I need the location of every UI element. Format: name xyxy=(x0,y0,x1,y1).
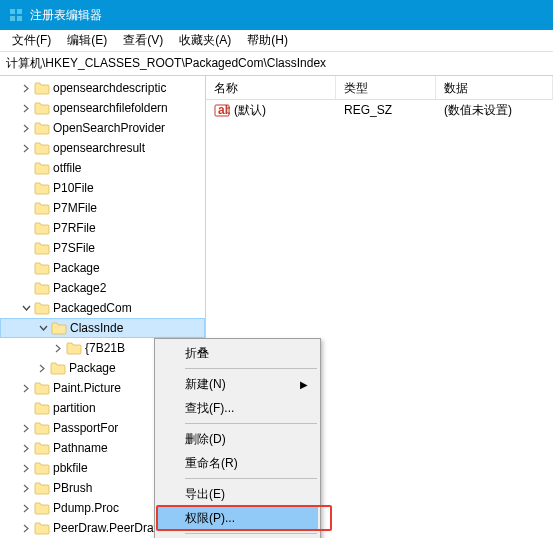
tree-label: P7MFile xyxy=(53,201,97,215)
list-row[interactable]: (默认)REG_SZ(数值未设置) xyxy=(206,100,553,120)
chevron-right-icon: ▶ xyxy=(300,379,308,390)
tree-label: P7RFile xyxy=(53,221,96,235)
svg-rect-3 xyxy=(17,16,22,21)
folder-icon xyxy=(34,121,50,135)
app-icon xyxy=(8,7,24,23)
folder-icon xyxy=(34,81,50,95)
ctx-delete[interactable]: 删除(D) xyxy=(157,427,318,451)
ctx-rename[interactable]: 重命名(R) xyxy=(157,451,318,475)
tree-label: P10File xyxy=(53,181,94,195)
svg-rect-0 xyxy=(10,9,15,14)
col-header-name[interactable]: 名称 xyxy=(206,76,336,99)
tree-item[interactable]: opensearchdescriptic xyxy=(0,78,205,98)
ctx-collapse[interactable]: 折叠 xyxy=(157,341,318,365)
menu-file[interactable]: 文件(F) xyxy=(4,30,59,51)
tree-item[interactable]: opensearchresult xyxy=(0,138,205,158)
ctx-permissions[interactable]: 权限(P)... xyxy=(157,506,318,530)
tree-label: PackagedCom xyxy=(53,301,132,315)
tree-label: partition xyxy=(53,401,96,415)
chevron-right-icon[interactable] xyxy=(50,340,66,356)
folder-icon xyxy=(34,141,50,155)
folder-icon xyxy=(34,161,50,175)
folder-icon xyxy=(34,461,50,475)
tree-item[interactable]: P7RFile xyxy=(0,218,205,238)
chevron-right-icon[interactable] xyxy=(18,480,34,496)
tree-label: {7B21B xyxy=(85,341,125,355)
tree-item[interactable]: OpenSearchProvider xyxy=(0,118,205,138)
chevron-right-icon[interactable] xyxy=(18,100,34,116)
cell-name: (默认) xyxy=(206,102,336,119)
folder-icon xyxy=(34,521,50,535)
tree-item[interactable]: P7MFile xyxy=(0,198,205,218)
folder-icon xyxy=(34,221,50,235)
folder-icon xyxy=(34,241,50,255)
tree-item[interactable]: Package xyxy=(0,258,205,278)
tree-item[interactable]: PackagedCom xyxy=(0,298,205,318)
tree-label: PeerDraw.PeerDraw xyxy=(53,521,162,535)
tree-label: otffile xyxy=(53,161,81,175)
ctx-separator xyxy=(185,368,317,369)
tree-label: opensearchdescriptic xyxy=(53,81,166,95)
tree-label: ClassInde xyxy=(70,321,123,335)
tree-item[interactable]: ClassInde xyxy=(0,318,205,338)
tree-label: opensearchresult xyxy=(53,141,145,155)
chevron-right-icon[interactable] xyxy=(34,360,50,376)
tree-item[interactable]: Package2 xyxy=(0,278,205,298)
ctx-separator xyxy=(185,533,317,534)
folder-icon xyxy=(34,481,50,495)
tree-label: OpenSearchProvider xyxy=(53,121,165,135)
folder-icon xyxy=(51,321,67,335)
ctx-export[interactable]: 导出(E) xyxy=(157,482,318,506)
col-header-type[interactable]: 类型 xyxy=(336,76,436,99)
menu-edit[interactable]: 编辑(E) xyxy=(59,30,115,51)
chevron-down-icon[interactable] xyxy=(35,320,51,336)
chevron-right-icon[interactable] xyxy=(18,520,34,536)
menu-help[interactable]: 帮助(H) xyxy=(239,30,296,51)
menubar: 文件(F) 编辑(E) 查看(V) 收藏夹(A) 帮助(H) xyxy=(0,30,553,52)
tree-item[interactable]: P7SFile xyxy=(0,238,205,258)
menu-favorites[interactable]: 收藏夹(A) xyxy=(171,30,239,51)
tree-item[interactable]: otffile xyxy=(0,158,205,178)
tree-item[interactable]: opensearchfilefoldern xyxy=(0,98,205,118)
chevron-right-icon[interactable] xyxy=(18,440,34,456)
tree-label: Package xyxy=(53,261,100,275)
ctx-find[interactable]: 查找(F)... xyxy=(157,396,318,420)
chevron-right-icon[interactable] xyxy=(18,380,34,396)
folder-icon xyxy=(34,501,50,515)
chevron-right-icon[interactable] xyxy=(18,140,34,156)
tree-label: Package2 xyxy=(53,281,106,295)
address-input[interactable] xyxy=(4,55,549,73)
tree-item[interactable]: P10File xyxy=(0,178,205,198)
folder-icon xyxy=(34,441,50,455)
tree-label: Pathname xyxy=(53,441,108,455)
chevron-right-icon[interactable] xyxy=(18,80,34,96)
ctx-new-label: 新建(N) xyxy=(185,376,226,393)
list-header: 名称 类型 数据 xyxy=(206,76,553,100)
folder-icon xyxy=(34,281,50,295)
tree-label: pbkfile xyxy=(53,461,88,475)
string-value-icon xyxy=(214,102,230,118)
folder-icon xyxy=(34,421,50,435)
chevron-right-icon[interactable] xyxy=(18,460,34,476)
folder-icon xyxy=(66,341,82,355)
context-menu: 折叠 新建(N) ▶ 查找(F)... 删除(D) 重命名(R) 导出(E) 权… xyxy=(154,338,321,538)
ctx-separator xyxy=(185,423,317,424)
folder-icon xyxy=(34,261,50,275)
folder-icon xyxy=(34,401,50,415)
folder-icon xyxy=(34,301,50,315)
col-header-data[interactable]: 数据 xyxy=(436,76,553,99)
chevron-right-icon[interactable] xyxy=(18,420,34,436)
svg-rect-2 xyxy=(10,16,15,21)
ctx-separator xyxy=(185,478,317,479)
ctx-new[interactable]: 新建(N) ▶ xyxy=(157,372,318,396)
cell-type: REG_SZ xyxy=(336,103,436,117)
chevron-down-icon[interactable] xyxy=(18,300,34,316)
chevron-right-icon[interactable] xyxy=(18,120,34,136)
menu-view[interactable]: 查看(V) xyxy=(115,30,171,51)
tree-label: Pdump.Proc xyxy=(53,501,119,515)
tree-label: opensearchfilefoldern xyxy=(53,101,168,115)
window-title: 注册表编辑器 xyxy=(30,7,102,24)
folder-icon xyxy=(34,181,50,195)
chevron-right-icon[interactable] xyxy=(18,500,34,516)
folder-icon xyxy=(34,201,50,215)
